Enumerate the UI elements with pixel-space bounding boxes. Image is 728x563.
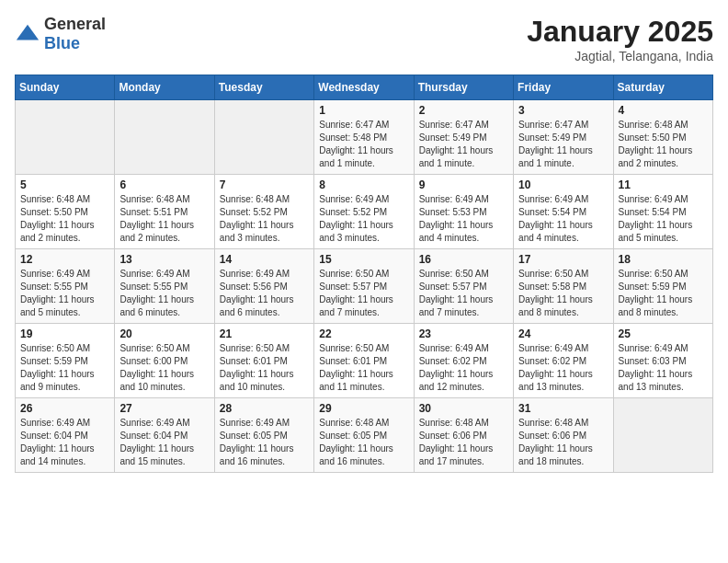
calendar-header: Sunday Monday Tuesday Wednesday Thursday… bbox=[16, 75, 713, 100]
day-number: 12 bbox=[20, 253, 109, 266]
day-number: 10 bbox=[518, 178, 608, 191]
day-number: 24 bbox=[518, 327, 608, 340]
day-info: Sunrise: 6:49 AM Sunset: 5:54 PM Dayligh… bbox=[518, 193, 608, 245]
table-cell: 16Sunrise: 6:50 AM Sunset: 5:57 PM Dayli… bbox=[414, 249, 513, 324]
table-cell: 15Sunrise: 6:50 AM Sunset: 5:57 PM Dayli… bbox=[314, 249, 414, 324]
day-info: Sunrise: 6:49 AM Sunset: 6:03 PM Dayligh… bbox=[619, 342, 708, 394]
day-number: 2 bbox=[419, 104, 508, 117]
table-cell: 25Sunrise: 6:49 AM Sunset: 6:03 PM Dayli… bbox=[613, 324, 712, 398]
table-cell: 27Sunrise: 6:49 AM Sunset: 6:04 PM Dayli… bbox=[115, 398, 214, 473]
day-number: 15 bbox=[319, 253, 408, 266]
page-header: General Blue January 2025 Jagtial, Telan… bbox=[15, 15, 713, 63]
header-wednesday: Wednesday bbox=[314, 75, 414, 100]
table-cell: 1Sunrise: 6:47 AM Sunset: 5:48 PM Daylig… bbox=[314, 100, 414, 175]
day-info: Sunrise: 6:50 AM Sunset: 5:57 PM Dayligh… bbox=[419, 268, 508, 319]
day-info: Sunrise: 6:49 AM Sunset: 5:55 PM Dayligh… bbox=[119, 268, 209, 319]
svg-marker-0 bbox=[17, 25, 39, 40]
table-cell: 28Sunrise: 6:49 AM Sunset: 6:05 PM Dayli… bbox=[214, 398, 313, 473]
day-number: 18 bbox=[619, 253, 708, 266]
day-number: 16 bbox=[419, 253, 508, 266]
day-number: 22 bbox=[319, 327, 408, 340]
day-info: Sunrise: 6:50 AM Sunset: 5:59 PM Dayligh… bbox=[619, 268, 708, 319]
day-number: 19 bbox=[20, 327, 109, 340]
day-info: Sunrise: 6:47 AM Sunset: 5:49 PM Dayligh… bbox=[419, 119, 508, 170]
day-info: Sunrise: 6:50 AM Sunset: 5:57 PM Dayligh… bbox=[319, 268, 408, 319]
day-number: 25 bbox=[619, 327, 708, 340]
table-cell: 6Sunrise: 6:48 AM Sunset: 5:51 PM Daylig… bbox=[115, 175, 214, 249]
day-number: 5 bbox=[20, 178, 109, 191]
day-number: 14 bbox=[220, 253, 309, 266]
day-info: Sunrise: 6:49 AM Sunset: 6:02 PM Dayligh… bbox=[419, 342, 508, 394]
day-number: 1 bbox=[319, 104, 408, 117]
table-cell bbox=[115, 100, 214, 175]
header-tuesday: Tuesday bbox=[214, 75, 313, 100]
table-cell: 12Sunrise: 6:49 AM Sunset: 5:55 PM Dayli… bbox=[16, 249, 115, 324]
day-info: Sunrise: 6:50 AM Sunset: 6:00 PM Dayligh… bbox=[119, 342, 209, 394]
table-cell: 14Sunrise: 6:49 AM Sunset: 5:56 PM Dayli… bbox=[214, 249, 313, 324]
table-cell: 9Sunrise: 6:49 AM Sunset: 5:53 PM Daylig… bbox=[414, 175, 513, 249]
day-info: Sunrise: 6:48 AM Sunset: 6:05 PM Dayligh… bbox=[319, 417, 408, 468]
calendar-title: January 2025 bbox=[527, 15, 713, 49]
header-friday: Friday bbox=[514, 75, 613, 100]
table-cell: 11Sunrise: 6:49 AM Sunset: 5:54 PM Dayli… bbox=[613, 175, 712, 249]
days-header-row: Sunday Monday Tuesday Wednesday Thursday… bbox=[16, 75, 713, 100]
title-block: January 2025 Jagtial, Telangana, India bbox=[527, 15, 713, 63]
table-cell: 17Sunrise: 6:50 AM Sunset: 5:58 PM Dayli… bbox=[514, 249, 613, 324]
day-number: 7 bbox=[220, 178, 309, 191]
logo: General Blue bbox=[15, 15, 106, 53]
table-cell: 31Sunrise: 6:48 AM Sunset: 6:06 PM Dayli… bbox=[514, 398, 613, 473]
day-number: 4 bbox=[619, 104, 708, 117]
day-info: Sunrise: 6:47 AM Sunset: 5:49 PM Dayligh… bbox=[518, 119, 608, 170]
day-number: 30 bbox=[419, 402, 508, 415]
day-number: 9 bbox=[419, 178, 508, 191]
day-info: Sunrise: 6:47 AM Sunset: 5:48 PM Dayligh… bbox=[319, 119, 408, 170]
week-row-3: 19Sunrise: 6:50 AM Sunset: 5:59 PM Dayli… bbox=[16, 324, 713, 398]
logo-blue: Blue bbox=[44, 34, 80, 52]
table-cell: 21Sunrise: 6:50 AM Sunset: 6:01 PM Dayli… bbox=[214, 324, 313, 398]
day-number: 3 bbox=[518, 104, 608, 117]
table-cell: 7Sunrise: 6:48 AM Sunset: 5:52 PM Daylig… bbox=[214, 175, 313, 249]
day-info: Sunrise: 6:49 AM Sunset: 5:56 PM Dayligh… bbox=[220, 268, 309, 319]
day-info: Sunrise: 6:48 AM Sunset: 5:50 PM Dayligh… bbox=[20, 193, 109, 245]
day-info: Sunrise: 6:50 AM Sunset: 6:01 PM Dayligh… bbox=[319, 342, 408, 394]
day-info: Sunrise: 6:48 AM Sunset: 5:51 PM Dayligh… bbox=[119, 193, 209, 245]
table-cell: 2Sunrise: 6:47 AM Sunset: 5:49 PM Daylig… bbox=[414, 100, 513, 175]
calendar-table: Sunday Monday Tuesday Wednesday Thursday… bbox=[15, 75, 713, 473]
day-number: 21 bbox=[220, 327, 309, 340]
day-info: Sunrise: 6:49 AM Sunset: 6:04 PM Dayligh… bbox=[119, 417, 209, 468]
table-cell: 13Sunrise: 6:49 AM Sunset: 5:55 PM Dayli… bbox=[115, 249, 214, 324]
day-info: Sunrise: 6:50 AM Sunset: 5:58 PM Dayligh… bbox=[518, 268, 608, 319]
table-cell: 4Sunrise: 6:48 AM Sunset: 5:50 PM Daylig… bbox=[613, 100, 712, 175]
day-number: 8 bbox=[319, 178, 408, 191]
week-row-2: 12Sunrise: 6:49 AM Sunset: 5:55 PM Dayli… bbox=[16, 249, 713, 324]
day-number: 17 bbox=[518, 253, 608, 266]
table-cell bbox=[16, 100, 115, 175]
day-info: Sunrise: 6:49 AM Sunset: 5:54 PM Dayligh… bbox=[619, 193, 708, 245]
calendar-location: Jagtial, Telangana, India bbox=[527, 49, 713, 63]
table-cell: 30Sunrise: 6:48 AM Sunset: 6:06 PM Dayli… bbox=[414, 398, 513, 473]
table-cell: 24Sunrise: 6:49 AM Sunset: 6:02 PM Dayli… bbox=[514, 324, 613, 398]
table-cell: 18Sunrise: 6:50 AM Sunset: 5:59 PM Dayli… bbox=[613, 249, 712, 324]
table-cell: 20Sunrise: 6:50 AM Sunset: 6:00 PM Dayli… bbox=[115, 324, 214, 398]
header-thursday: Thursday bbox=[414, 75, 513, 100]
logo-general: General bbox=[44, 15, 106, 33]
day-number: 31 bbox=[518, 402, 608, 415]
day-info: Sunrise: 6:49 AM Sunset: 5:53 PM Dayligh… bbox=[419, 193, 508, 245]
header-sunday: Sunday bbox=[16, 75, 115, 100]
logo-icon bbox=[15, 21, 40, 47]
table-cell: 22Sunrise: 6:50 AM Sunset: 6:01 PM Dayli… bbox=[314, 324, 414, 398]
day-info: Sunrise: 6:49 AM Sunset: 6:05 PM Dayligh… bbox=[220, 417, 309, 468]
table-cell bbox=[214, 100, 313, 175]
day-number: 27 bbox=[119, 402, 209, 415]
header-saturday: Saturday bbox=[613, 75, 712, 100]
week-row-1: 5Sunrise: 6:48 AM Sunset: 5:50 PM Daylig… bbox=[16, 175, 713, 249]
day-info: Sunrise: 6:49 AM Sunset: 6:04 PM Dayligh… bbox=[20, 417, 109, 468]
week-row-4: 26Sunrise: 6:49 AM Sunset: 6:04 PM Dayli… bbox=[16, 398, 713, 473]
day-number: 13 bbox=[119, 253, 209, 266]
day-number: 20 bbox=[119, 327, 209, 340]
day-info: Sunrise: 6:49 AM Sunset: 5:55 PM Dayligh… bbox=[20, 268, 109, 319]
day-info: Sunrise: 6:48 AM Sunset: 6:06 PM Dayligh… bbox=[419, 417, 508, 468]
day-number: 26 bbox=[20, 402, 109, 415]
day-number: 11 bbox=[619, 178, 708, 191]
table-cell: 3Sunrise: 6:47 AM Sunset: 5:49 PM Daylig… bbox=[514, 100, 613, 175]
